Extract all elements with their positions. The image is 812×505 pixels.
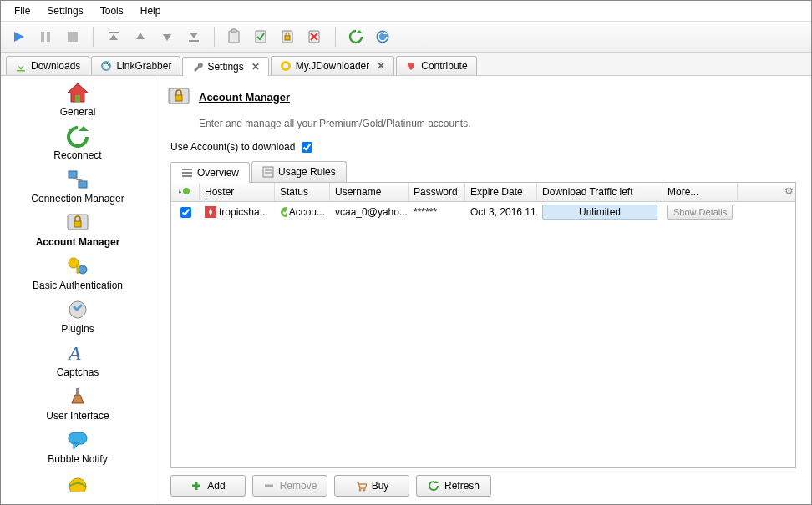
play-icon[interactable] [8,25,31,48]
globe-icon [64,470,91,497]
svg-marker-39 [72,395,84,403]
menu-settings[interactable]: Settings [38,3,91,19]
button-label: Buy [372,480,389,492]
refresh-button[interactable]: Refresh [416,475,491,497]
settings-sidebar[interactable]: General Reconnect Connection Manager Acc… [1,76,155,505]
network-icon [64,166,91,193]
sidebar-item-plugins[interactable]: Plugins [1,293,155,336]
sidebar-item-ui[interactable]: User Interface [1,380,155,423]
col-expire[interactable]: Expire Date [465,183,537,201]
menu-help[interactable]: Help [132,3,170,19]
sidebar-item-next[interactable] [1,467,155,498]
subtab-overview[interactable]: Overview [170,162,250,183]
close-icon[interactable]: ✕ [251,61,260,73]
subtab-usage[interactable]: Usage Rules [251,161,347,182]
sidebar-item-bubble[interactable]: Bubble Notify [1,423,155,467]
use-accounts-checkbox[interactable] [302,142,312,153]
move-up-icon[interactable] [129,25,152,48]
refresh-icon [428,480,439,492]
clipboard-icon[interactable] [223,25,246,48]
page-title: Account Manager [199,91,290,104]
button-label: Add [207,480,225,492]
plugin-icon [64,296,91,323]
use-accounts-row: Use Account(s) to download [170,141,799,153]
move-down-icon[interactable] [155,25,179,48]
cart-icon [355,480,367,492]
move-bottom-icon[interactable] [182,25,206,48]
tab-settings[interactable]: Settings ✕ [182,57,268,76]
row-enable-checkbox[interactable] [180,207,191,218]
sidebar-item-captchas[interactable]: A Captchas [1,336,155,380]
svg-rect-2 [47,32,50,42]
sidebar-item-basicauth[interactable]: Basic Authentication [1,250,155,293]
col-more[interactable]: More... [662,183,738,201]
cell-username: vcaa_0@yaho... [330,204,409,220]
cell-more: Show Details [662,202,738,222]
menu-tools[interactable]: Tools [92,3,132,19]
tab-myjdownloader[interactable]: My.JDownloader ✕ [271,56,394,75]
menu-file[interactable]: File [6,3,38,19]
svg-point-36 [79,265,87,274]
svg-rect-30 [79,181,87,188]
svg-rect-14 [285,36,290,40]
svg-marker-7 [163,34,171,41]
col-hoster[interactable]: Hoster [200,183,275,201]
status-ok-icon [280,206,287,218]
subtab-label: Overview [197,167,239,179]
svg-point-60 [358,489,361,492]
add-button[interactable]: Add [170,475,246,497]
sidebar-item-general[interactable]: General [1,76,155,119]
clipboard-delete-icon[interactable] [303,25,327,48]
tab-label: Downloads [31,60,80,72]
svg-rect-45 [175,95,182,101]
reconnect-large-icon [64,123,91,149]
svg-rect-1 [41,32,44,42]
tab-linkgrabber[interactable]: LinkGrabber [91,56,180,75]
update-icon[interactable] [371,25,394,48]
close-icon[interactable]: ✕ [377,60,385,72]
svg-point-25 [283,63,288,68]
cell-status: Accou... [275,204,330,220]
col-traffic[interactable]: Download Traffic left [537,183,662,201]
tab-label: Settings [207,61,243,73]
move-top-icon[interactable] [102,25,125,48]
gear-icon[interactable]: ⚙ [784,185,794,197]
action-bar: Add Remove Buy Refresh [170,475,796,497]
home-icon [64,79,91,106]
clipboard-check-icon[interactable] [250,25,273,48]
svg-marker-62 [434,481,439,483]
traffic-bar: Unlimited [542,205,657,220]
lock-screen-icon [64,210,91,236]
svg-rect-46 [182,169,192,170]
sidebar-item-label: Reconnect [53,149,101,161]
col-username[interactable]: Username [330,183,409,201]
svg-marker-42 [74,443,79,449]
buy-button[interactable]: Buy [334,475,409,497]
stop-icon[interactable] [61,25,84,48]
sidebar-item-label: User Interface [46,410,109,422]
col-status[interactable]: Status [275,183,330,201]
sidebar-item-reconnect[interactable]: Reconnect [1,119,155,163]
svg-rect-40 [76,388,79,395]
table-row[interactable]: tropicsha... Accou... vcaa_0@yaho... ***… [171,202,795,222]
table-body[interactable]: tropicsha... Accou... vcaa_0@yaho... ***… [171,202,795,467]
remove-button[interactable]: Remove [252,475,327,497]
svg-rect-4 [109,32,119,33]
show-details-button[interactable]: Show Details [667,205,733,220]
table-header: Hoster Status Username Password Expire D… [171,183,795,202]
col-sort-enable[interactable] [171,183,200,201]
status-text: Accou... [289,206,325,218]
reconnect-icon[interactable] [344,25,368,48]
separator [335,27,336,47]
sidebar-item-account[interactable]: Account Manager [1,206,155,250]
clipboard-lock-icon[interactable] [277,25,300,48]
col-password[interactable]: Password [409,183,465,201]
sidebar-item-connection[interactable]: Connection Manager [1,163,155,206]
svg-rect-29 [69,171,77,178]
accounts-table: Hoster Status Username Password Expire D… [170,182,796,468]
pause-icon[interactable] [34,25,58,48]
hoster-icon [205,206,216,218]
svg-rect-48 [182,175,192,177]
tab-downloads[interactable]: Downloads [6,56,89,75]
tab-contribute[interactable]: Contribute [396,56,476,75]
